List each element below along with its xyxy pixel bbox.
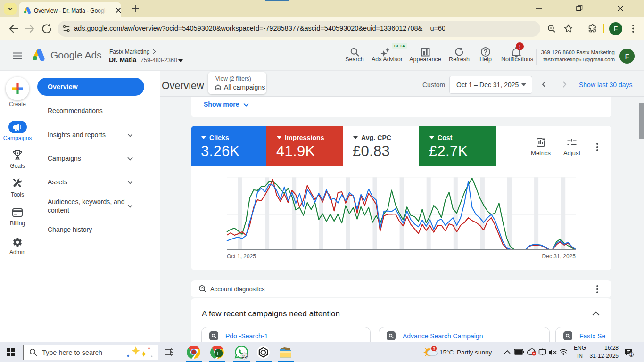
svg-text:Oct 1, 2025: Oct 1, 2025: [227, 253, 256, 260]
svg-text:15: 15: [242, 354, 247, 359]
svg-text:3: 3: [433, 346, 435, 351]
svg-text:1: 1: [630, 352, 633, 357]
svg-text:F: F: [217, 351, 220, 356]
svg-text:Dec 31, 2025: Dec 31, 2025: [542, 253, 576, 260]
